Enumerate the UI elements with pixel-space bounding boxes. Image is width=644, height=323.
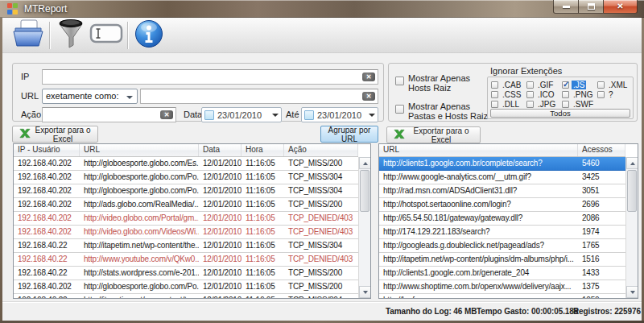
extension-checkbox-dll[interactable]: .DLL [491,99,526,109]
table-row[interactable]: http://www.google-analytics.com/__utm.gi… [379,171,625,184]
table-cell-url: http://rad.msn.com/ADSAdClient31.dll? [379,184,578,197]
toolbar-separator [49,22,50,49]
table-row[interactable]: http://itapetim.net/wp-content/plugins/d… [379,253,625,267]
ate-value: 23/01/2010 [317,110,361,120]
table-row[interactable]: http://174.129.221.183/search?1974 [379,226,625,239]
table-row[interactable]: 192.168.40.202http://video.globo.com/Por… [14,212,358,226]
scroll-down-icon[interactable] [626,286,638,298]
table-row[interactable]: 192.168.40.22http://www.youtube.com/v/QK… [14,253,358,267]
acao-input[interactable]: ✕ [42,107,176,122]
ip-input[interactable]: ✕ [42,69,378,85]
checkbox-icon [597,81,605,89]
client-area: IP ✕ URL exetamente como: ✕ Ação ✕ Data … [2,18,642,321]
extension-checkbox-js[interactable]: .JS [562,80,597,89]
table-cell-acessos: 3051 [578,184,625,197]
extension-checkbox-ico[interactable]: .ICO [526,89,561,99]
table-row[interactable]: http://65.54.50.181/gateway/gateway.dll?… [379,212,625,226]
minimize-button[interactable] [553,0,579,14]
table-row[interactable]: 192.168.40.22http://stats.wordpress.com/… [14,267,358,280]
info-button[interactable] [131,19,167,52]
options-groupbox: Mostrar Apenas Hosts Raiz Mostrar Apenas… [388,63,638,122]
scrollbar-thumb[interactable] [360,170,369,212]
url-match-select[interactable]: exetamente como: [42,89,138,104]
minimize-icon [563,6,570,8]
extension-checkbox-cab[interactable]: .CAB [491,80,526,89]
table-cell-ip: 192.168.40.202 [14,226,80,238]
extension-checkbox-jpg[interactable]: .JPG [526,99,561,109]
extension-checkbox-question[interactable]: ? [597,89,632,99]
text-filter-button[interactable] [89,19,124,52]
log-table-header: IP - Usuário URL Data Hora Ação [14,144,358,157]
scrollbar-thumb[interactable] [627,170,637,212]
maximize-button[interactable] [579,0,604,14]
checkbox-icon [395,77,404,85]
table-row[interactable]: 192.168.40.22http://itapetim.net/wp-cont… [14,294,358,298]
table-row[interactable]: http://googleads.g.doubleclick.net/pagea… [379,239,625,253]
show-pastas-hosts-raiz-checkbox[interactable]: Mostrar Apenas Pastas e Hosts Raiz [395,101,489,121]
show-hosts-raiz-label: Mostrar Apenas Hosts Raiz [408,73,485,93]
table-row[interactable]: 192.168.40.202http://globoesporte.globo.… [14,280,358,294]
export-excel-right-button[interactable]: Exportar para o Excel [386,126,481,143]
close-button[interactable]: ✕ [604,0,638,14]
table-row[interactable]: 192.168.40.202http://globoesporte.globo.… [14,184,358,198]
clear-acao-icon[interactable]: ✕ [160,110,173,119]
window-title: MTReport [24,3,67,14]
data-datepicker[interactable]: 23/01/2010 [201,107,282,122]
table-cell-acao: TCP_MISS/304 [284,171,358,184]
checkbox-icon [562,91,569,98]
clear-url-icon[interactable]: ✕ [362,92,375,101]
scroll-down-icon[interactable] [359,286,371,298]
table-row[interactable]: 192.168.40.202http://globoesporte.globo.… [14,157,358,171]
extension-checkbox-gif[interactable]: .GIF [526,80,561,89]
table-row[interactable]: 192.168.40.202http://video.globo.com/Vid… [14,226,358,239]
checkbox-icon [491,91,498,98]
table-row[interactable]: 192.168.40.202http://globoesporte.globo.… [14,171,358,184]
table-cell-data: 12/01/2010 [199,280,242,293]
date-checkbox-icon[interactable] [204,110,214,120]
extension-checkbox-xml[interactable]: .XML [597,80,632,89]
table-row[interactable]: 192.168.40.22http://itapetim.net/wp-cont… [14,239,358,253]
table-row[interactable]: http://rad.msn.com/ADSAdClient31.dll?305… [379,184,625,198]
table-row[interactable]: http://bs.f...1050 [379,294,625,298]
column-header-url[interactable]: URL [379,144,578,156]
table-row[interactable]: http://www.shoptime.com.br/openx/www/del… [379,280,625,294]
agrupar-por-url-button[interactable]: Agrupar por URL [320,126,378,143]
scroll-up-icon[interactable] [359,157,371,169]
table-row[interactable]: http://clients1.google.com.br/complete/s… [379,157,625,171]
extension-checkbox-swf[interactable]: .SWF [562,99,597,109]
ate-datepicker[interactable]: 23/01/2010 [301,107,378,122]
column-header-ip[interactable]: IP - Usuário [14,144,80,156]
table-cell-url: http://www.google-analytics.com/__utm.gi… [379,171,578,184]
url-input[interactable]: ✕ [140,89,378,104]
open-file-button[interactable] [10,19,46,52]
clear-ip-icon[interactable]: ✕ [362,72,375,81]
export-excel-left-button[interactable]: Exportar para o Excel [12,126,98,143]
column-header-hora[interactable]: Hora [242,144,284,156]
column-header-acao[interactable]: Ação [284,144,358,156]
table-row[interactable]: 192.168.40.202http://ads.globo.com/RealM… [14,198,358,212]
table-row[interactable]: http://hotspot.sertaoonline.com/login?26… [379,198,625,212]
grouped-url-table-scrollbar[interactable] [625,157,638,298]
extension-checkbox-css[interactable]: .CSS [491,89,526,99]
column-header-data[interactable]: Data [199,144,242,156]
status-log-size: Tamanho do Log: 46 MB [386,307,477,316]
date-checkbox-icon[interactable] [304,110,314,120]
table-cell-hora: 11:16:05 [242,253,284,266]
export-excel-right-label: Exportar para o Excel [409,126,473,144]
titlebar[interactable]: MTReport ✕ [0,0,644,18]
maximize-icon [588,3,595,10]
show-hosts-raiz-checkbox[interactable]: Mostrar Apenas Hosts Raiz [395,73,485,93]
show-pastas-hosts-raiz-label: Mostrar Apenas Pastas e Hosts Raiz [408,101,489,121]
filter-button[interactable] [53,19,89,52]
log-table-scrollbar[interactable] [358,157,370,298]
table-cell-data: 12/01/2010 [199,157,242,170]
column-header-url[interactable]: URL [80,144,199,156]
table-cell-data: 12/01/2010 [199,198,242,211]
checkbox-icon [562,101,569,108]
column-header-acessos[interactable]: Acessos [578,144,625,156]
scroll-up-icon[interactable] [626,157,638,169]
todos-button[interactable]: Todos [490,109,630,118]
table-row[interactable]: http://clients1.google.com.br/generate_2… [379,267,625,280]
extension-checkbox-png[interactable]: .PNG [562,89,597,99]
chevron-down-icon [126,96,133,99]
